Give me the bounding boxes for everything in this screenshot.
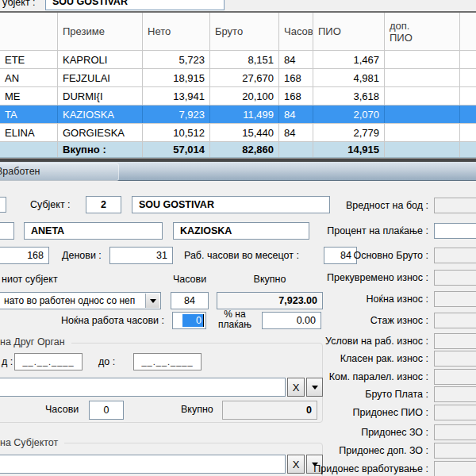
combined-parallel-amount-field bbox=[434, 369, 476, 385]
table-row[interactable]: ME DURMI{I 13,941 20,100 168 3,618 bbox=[0, 87, 476, 106]
total-bruto: 82,860 bbox=[210, 142, 279, 157]
total-hours bbox=[279, 142, 313, 157]
subject-label-fragment: убјект : bbox=[2, 0, 36, 8]
other-total-label: Вкупно bbox=[181, 404, 213, 415]
cell-dop-pio bbox=[385, 69, 460, 86]
right-field-label: Процент на плаќање : bbox=[278, 225, 428, 236]
date-to-field[interactable]: __.__.____ bbox=[133, 353, 202, 370]
total-neto: 57,014 bbox=[143, 142, 210, 157]
hours-column-header: Часови bbox=[170, 274, 209, 285]
night-hours-field[interactable]: 0 bbox=[172, 312, 206, 329]
value-of-point-field bbox=[434, 198, 476, 213]
class-head-amount-field bbox=[434, 351, 476, 367]
top-strip: убјект : SOU GOSTIVAR bbox=[0, 0, 476, 13]
cell-surname: KAZIOSKA bbox=[58, 106, 143, 123]
pay-percent-field[interactable] bbox=[434, 223, 476, 239]
table-total-row: Вкупно : 57,014 82,860 14,915 bbox=[0, 142, 476, 158]
other-hours-label: Часови bbox=[45, 404, 79, 415]
cell-hours: 168 bbox=[279, 87, 313, 105]
right-field-label: Придонес вработување : bbox=[278, 463, 428, 474]
right-field-label: Класен рак. износ : bbox=[278, 353, 428, 364]
cell-dop-pio bbox=[385, 124, 460, 141]
gross-salary-field bbox=[434, 386, 476, 402]
right-field-label: Основно Бруто : bbox=[278, 250, 428, 261]
cell-dop-pio bbox=[385, 51, 460, 68]
total-dop-pio bbox=[385, 142, 460, 157]
cell-first-name: AN bbox=[0, 69, 58, 86]
work-conditions-amount-field bbox=[434, 333, 476, 349]
pension-contribution-field bbox=[434, 405, 476, 420]
relation-label-fragment: ниот субјект bbox=[2, 274, 58, 285]
table-row[interactable]: ETE KAPROLI 5,723 8,151 84 1,467 bbox=[0, 51, 476, 69]
right-field-label: Услови на раб. износ : bbox=[278, 336, 428, 347]
header-dop-pio[interactable]: доп. ПИО bbox=[385, 13, 460, 50]
header-pio[interactable]: ПИО bbox=[313, 13, 385, 50]
overtime-amount-field bbox=[434, 270, 476, 286]
cell-neto: 7,923 bbox=[143, 106, 210, 123]
days-label: Денови : bbox=[62, 250, 102, 261]
relation-hours-field[interactable]: 84 bbox=[171, 292, 209, 309]
date-from-field[interactable]: __.__.____ bbox=[14, 353, 83, 370]
table-row[interactable]: AN FEJZULAI 18,915 27,670 168 4,981 bbox=[0, 69, 476, 87]
employee-form: Субјект : 2 SOU GOSTIVAR ANETA KAZIOSKA … bbox=[0, 181, 476, 476]
other-organ-group-title: на Друг Орган bbox=[0, 336, 71, 347]
header-neto[interactable]: Нето bbox=[143, 13, 210, 50]
other-hours-field[interactable]: 0 bbox=[89, 401, 124, 420]
cell-dop-pio bbox=[385, 87, 460, 105]
cell-surname: DURMI{I bbox=[58, 87, 143, 105]
payroll-app-window: убјект : SOU GOSTIVAR Презиме Нето Бруто… bbox=[0, 0, 476, 476]
clipped-hours-field[interactable]: 168 bbox=[0, 247, 49, 264]
subject-code-field[interactable]: 2 bbox=[86, 196, 121, 213]
cell-first-name: TA bbox=[0, 106, 58, 123]
header-cut-column bbox=[460, 13, 476, 50]
first-name-field[interactable]: ANETA bbox=[24, 222, 163, 240]
cell-bruto: 11,499 bbox=[210, 106, 279, 123]
work-relation-combobox[interactable]: нато во работен однос со неп bbox=[0, 292, 161, 309]
employee-table: Презиме Нето Бруто Часов ПИО доп. ПИО ET… bbox=[0, 13, 476, 158]
tab-employee[interactable]: Вработен bbox=[0, 166, 40, 177]
cell-bruto: 15,440 bbox=[210, 124, 279, 141]
cell-hours: 84 bbox=[279, 124, 313, 141]
cell-pio: 2,070 bbox=[313, 106, 385, 123]
header-surname[interactable]: Презиме bbox=[58, 13, 143, 50]
subject-label: Субјект : bbox=[30, 199, 71, 210]
cell-dop-pio bbox=[385, 106, 460, 123]
employee-tab-bar: Вработен bbox=[0, 162, 476, 181]
subject-group-title: на Субјектот bbox=[0, 437, 64, 448]
cell-bruto: 27,670 bbox=[210, 69, 279, 86]
header-bruto[interactable]: Бруто bbox=[210, 13, 279, 50]
right-field-label: Вредност на бод : bbox=[278, 200, 428, 211]
subject-name-field-top[interactable]: SOU GOSTIVAR bbox=[45, 0, 225, 10]
pct-pay-label: % на плаќањ bbox=[212, 309, 258, 330]
additional-health-contribution-field bbox=[434, 443, 476, 459]
header-first-name[interactable] bbox=[0, 13, 58, 50]
clipped-field-fragment[interactable] bbox=[0, 222, 14, 240]
cell-pio: 3,618 bbox=[313, 87, 385, 105]
right-field-label: Придонес ЗО : bbox=[278, 427, 428, 438]
cell-hours: 84 bbox=[279, 106, 313, 123]
text-cursor bbox=[203, 314, 204, 327]
cell-neto: 5,723 bbox=[143, 51, 210, 68]
right-field-label: Ком. паралел. износ : bbox=[278, 371, 428, 382]
table-row-selected[interactable]: TA KAZIOSKA 7,923 11,499 84 2,070 bbox=[0, 106, 476, 124]
right-field-label: Прекувремено износ : bbox=[278, 272, 428, 283]
cell-surname: GORGIESKA bbox=[58, 124, 143, 141]
table-row[interactable]: ELINA GORGIESKA 10,512 15,440 84 2,779 bbox=[0, 124, 476, 142]
cell-bruto: 20,100 bbox=[210, 87, 279, 105]
header-hours[interactable]: Часов bbox=[279, 13, 313, 50]
cell-neto: 18,915 bbox=[143, 69, 210, 86]
date-from-label: д : bbox=[2, 356, 13, 367]
chevron-down-icon[interactable] bbox=[145, 294, 159, 308]
other-organ-combobox[interactable] bbox=[0, 378, 286, 397]
cell-first-name: ELINA bbox=[0, 124, 58, 141]
subject-combobox[interactable] bbox=[0, 455, 286, 474]
days-field[interactable]: 31 bbox=[109, 247, 173, 264]
right-field-label: Бруто Плата : bbox=[278, 389, 428, 400]
cell-surname: KAPROLI bbox=[58, 51, 143, 68]
employment-contribution-field bbox=[434, 461, 476, 476]
cell-neto: 13,941 bbox=[143, 87, 210, 105]
night-work-label: Ноќна работа часови : bbox=[48, 315, 164, 326]
cell-first-name: ETE bbox=[0, 51, 58, 68]
health-contribution-field bbox=[434, 424, 476, 440]
clipped-field-fragment[interactable] bbox=[0, 197, 6, 213]
